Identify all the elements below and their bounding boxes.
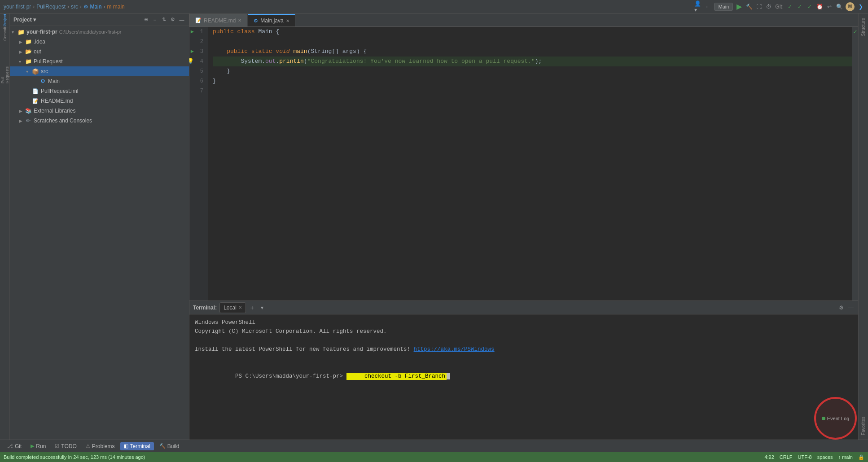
bulb-icon-4[interactable]: 💡 — [189, 57, 194, 66]
editor-scrollbar[interactable]: ✓ — [852, 27, 858, 301]
build-icon[interactable]: 🔨 — [745, 3, 753, 10]
terminal-local-tab[interactable]: Local ✕ — [219, 302, 246, 313]
terminal-settings-icon[interactable]: ⚙ — [837, 304, 845, 311]
sidebar-structure[interactable]: Structure — [859, 15, 867, 39]
tree-scratches[interactable]: ▶ ✏ Scratches and Consoles — [10, 116, 189, 126]
breadcrumb-project[interactable]: your-first-pr — [4, 4, 31, 10]
code-line-2 — [213, 37, 852, 47]
build-tool-btn[interactable]: 🔨 Build — [156, 442, 183, 450]
git-tool-icon: ⎇ — [7, 443, 13, 449]
collapse-icon[interactable]: ≡ — [151, 16, 158, 23]
status-position[interactable]: 4:92 — [764, 454, 774, 460]
code-line-4: System.out.println("Congratulations! You… — [213, 57, 852, 66]
run-arrow-3[interactable]: ▶ — [191, 47, 194, 57]
tree-iml[interactable]: ▶ 📄 PullRequest.iml — [10, 86, 189, 96]
tab-main-java[interactable]: ⚙ Main.java ✕ — [248, 14, 295, 26]
terminal-label: Terminal: — [193, 305, 217, 311]
terminal-line-6[interactable]: PS C:\Users\madda\your-first-pr> checkou… — [195, 363, 853, 390]
tree-external-libs[interactable]: ▶ 📚 External Libraries — [10, 106, 189, 116]
terminal-local-label: Local — [224, 305, 237, 311]
project-root-label: your-first-pr — [26, 29, 57, 35]
build-tool-label: Build — [167, 443, 180, 449]
git-revert-icon[interactable]: ↩ — [826, 3, 833, 10]
branch-button[interactable]: Main — [714, 3, 733, 11]
terminal-tool-btn[interactable]: ◧ Terminal — [120, 442, 154, 450]
todo-tool-label: TODO — [61, 443, 76, 449]
code-line-5: } — [213, 66, 852, 76]
terminal-dropdown-icon[interactable]: ▾ — [259, 304, 266, 311]
readme-tab-icon: 📝 — [195, 17, 202, 23]
git-check3-icon[interactable]: ✓ — [806, 3, 813, 10]
readme-tab-close[interactable]: ✕ — [238, 18, 241, 23]
notifications-icon[interactable]: ❯ — [857, 3, 864, 10]
breadcrumb-module[interactable]: PullRequest — [36, 4, 66, 10]
title-bar: your-first-pr › PullRequest › src › ⚙ Ma… — [0, 0, 868, 13]
tree-idea[interactable]: ▶ 📁 .idea — [10, 37, 189, 47]
coverage-icon[interactable]: ⛶ — [755, 3, 763, 10]
breadcrumb-src[interactable]: src — [71, 4, 78, 10]
tree-readme-label: README.md — [41, 98, 73, 104]
locate-icon[interactable]: ⊕ — [142, 16, 149, 23]
git-history-icon[interactable]: ⏰ — [816, 3, 823, 10]
sidebar-project-icon[interactable]: Project — [0, 15, 9, 25]
terminal-new-tab-icon[interactable]: + — [249, 304, 256, 311]
terminal-content[interactable]: Windows PowerShell Copyright (C) Microso… — [189, 314, 858, 440]
filter-icon[interactable]: ⇅ — [160, 16, 167, 23]
account-icon[interactable]: 👤▾ — [694, 3, 701, 10]
terminal-minimize-icon[interactable]: — — [847, 304, 855, 311]
line-num-4: 4 — [195, 57, 203, 66]
tree-root[interactable]: ▾ 📁 your-first-pr C:\Users\madda\your-fi… — [10, 27, 189, 37]
todo-tool-icon: ☑ — [55, 443, 59, 449]
terminal-link[interactable]: https://aka.ms/PSWindows — [414, 346, 495, 353]
settings-icon[interactable]: ⚙ — [169, 16, 176, 23]
event-log-area: Event Log — [814, 397, 857, 440]
search-icon[interactable]: 🔍 — [836, 3, 843, 10]
sidebar-commit-icon[interactable]: Commit — [0, 29, 9, 39]
problems-tool-btn[interactable]: ⚠ Problems — [82, 442, 118, 450]
status-indent[interactable]: spaces — [817, 454, 833, 460]
editor-container: 📝 README.md ✕ ⚙ Main.java ✕ ▶ 1 — [189, 13, 858, 440]
minimize-icon[interactable]: — — [178, 16, 185, 23]
terminal-prompt: PS C:\Users\madda\your-first-pr> — [235, 373, 346, 379]
line-num-7: 7 — [195, 86, 203, 96]
terminal-line-4: Install the latest PowerShell for new fe… — [195, 345, 853, 354]
code-content[interactable]: public class Main { public static void m… — [208, 27, 852, 301]
tree-idea-label: .idea — [34, 39, 45, 45]
tree-main-java[interactable]: ▶ ⚙ Main — [10, 76, 189, 86]
code-editor[interactable]: ▶ 1 2 ▶ 3 💡 4 5 — [189, 27, 858, 301]
git-check2-icon[interactable]: ✓ — [796, 3, 803, 10]
tree-src[interactable]: ▾ 📦 src — [10, 66, 189, 76]
tree-out[interactable]: ▶ 📂 out — [10, 47, 189, 57]
status-right: 4:92 CRLF UTF-8 spaces ↑ main 🔒 — [764, 454, 864, 460]
back-icon[interactable]: ← — [704, 3, 711, 10]
user-avatar-icon[interactable]: M — [846, 2, 855, 11]
tree-readme[interactable]: ▶ 📝 README.md — [10, 96, 189, 106]
run-arrow-1[interactable]: ▶ — [191, 27, 194, 37]
terminal-header-icons: ⚙ — — [837, 304, 855, 311]
status-branch[interactable]: ↑ main — [838, 454, 853, 460]
breadcrumb-method[interactable]: m main — [107, 4, 124, 10]
run-tool-btn[interactable]: ▶ Run — [27, 442, 49, 450]
sidebar-favorites[interactable]: Favorites — [859, 414, 867, 438]
code-line-6: } — [213, 76, 852, 86]
gutter: ▶ 1 2 ▶ 3 💡 4 5 — [189, 27, 208, 301]
java-tab-close[interactable]: ✕ — [286, 18, 289, 23]
git-check1-icon[interactable]: ✓ — [786, 3, 793, 10]
terminal-tab-close[interactable]: ✕ — [238, 305, 242, 310]
todo-tool-btn[interactable]: ☑ TODO — [51, 442, 80, 450]
breadcrumb-file[interactable]: ⚙ Main — [83, 4, 101, 10]
readme-tab-label: README.md — [204, 17, 236, 24]
problems-tool-icon: ⚠ — [86, 443, 90, 449]
sidebar-pullrequest-icon[interactable]: Pull Requests — [0, 70, 9, 80]
profile-icon[interactable]: ⏱ — [765, 3, 772, 10]
toolbar-right: 👤▾ ← Main ▶ 🔨 ⛶ ⏱ Git: ✓ ✓ ✓ ⏰ ↩ 🔍 M ❯ — [694, 2, 864, 11]
status-encoding[interactable]: UTF-8 — [798, 454, 812, 460]
terminal-line-5 — [195, 354, 853, 363]
tree-external-libs-label: External Libraries — [34, 108, 75, 114]
status-crlf[interactable]: CRLF — [780, 454, 793, 460]
tree-pullrequest[interactable]: ▾ 📁 PullRequest — [10, 57, 189, 66]
run-icon[interactable]: ▶ — [736, 3, 743, 10]
git-tool-btn[interactable]: ⎇ Git — [4, 442, 25, 450]
event-log-button[interactable]: Event Log — [822, 416, 850, 421]
tab-readme[interactable]: 📝 README.md ✕ — [189, 14, 247, 26]
